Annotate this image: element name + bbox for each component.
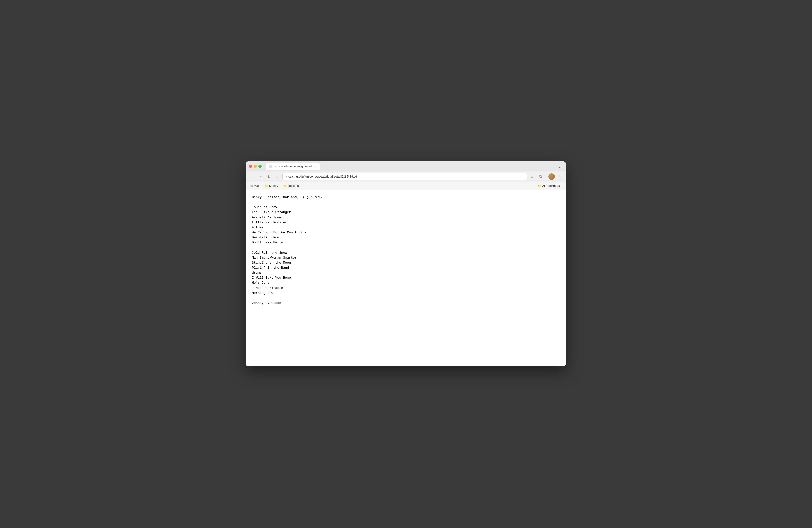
- nav-separator: [546, 174, 547, 179]
- setlist-text: Henry J Kaiser, Oakland, CA (2/5/89) Tou…: [252, 195, 560, 306]
- money-folder-icon: 📁: [264, 184, 268, 188]
- active-tab[interactable]: cs.cmu.edu/~mleone/gdead/d ×: [266, 163, 320, 170]
- tab-bar: cs.cmu.edu/~mleone/gdead/d × + ⌄: [266, 163, 563, 170]
- forward-button[interactable]: ›: [257, 173, 264, 180]
- address-security-icon: ⊙: [285, 175, 287, 178]
- bookmark-recipes[interactable]: 📁 Recipes: [281, 183, 301, 189]
- all-bookmarks-label: All Bookmarks: [542, 184, 562, 188]
- profile-button[interactable]: [549, 174, 555, 180]
- maximize-button[interactable]: [259, 165, 262, 168]
- bookmark-mail[interactable]: ✉ Mail: [248, 183, 261, 189]
- traffic-lights: [249, 165, 262, 168]
- more-options-button[interactable]: ⋮: [556, 173, 564, 180]
- mail-icon: ✉: [250, 184, 253, 188]
- tab-favicon-icon: [269, 165, 273, 168]
- new-tab-button[interactable]: +: [321, 163, 329, 170]
- all-bookmarks-button[interactable]: 📁 All Bookmarks: [536, 183, 564, 189]
- profile-avatar: [549, 174, 555, 180]
- close-button[interactable]: [249, 165, 252, 168]
- bookmark-money[interactable]: 📁 Money: [262, 183, 280, 189]
- reload-button[interactable]: ↻: [265, 173, 273, 180]
- home-button[interactable]: ⌂: [274, 173, 281, 180]
- tab-close-button[interactable]: ×: [313, 164, 317, 168]
- bookmark-money-label: Money: [269, 184, 278, 188]
- address-bar[interactable]: ⊙ cs.cmu.edu/~mleone/gdead/dead-sets/89/…: [282, 173, 527, 180]
- all-bookmarks-folder-icon: 📁: [537, 184, 541, 188]
- recipes-folder-icon: 📁: [283, 184, 287, 188]
- minimize-button[interactable]: [254, 165, 257, 168]
- title-bar: cs.cmu.edu/~mleone/gdead/d × + ⌄: [246, 161, 566, 172]
- bookmarks-bar: ✉ Mail 📁 Money 📁 Recipes 📁 All Bookmarks: [246, 182, 566, 190]
- bookmark-recipes-label: Recipes: [288, 184, 299, 188]
- browser-window: cs.cmu.edu/~mleone/gdead/d × + ⌄ ‹ › ↻ ⌂…: [246, 161, 566, 367]
- extensions-button[interactable]: ⧉: [537, 173, 544, 180]
- bookmark-star-button[interactable]: ☆: [529, 173, 536, 180]
- bookmark-mail-label: Mail: [254, 184, 260, 188]
- page-content: Henry J Kaiser, Oakland, CA (2/5/89) Tou…: [246, 190, 566, 367]
- expand-tabs-button[interactable]: ⌄: [556, 163, 563, 170]
- address-text: cs.cmu.edu/~mleone/gdead/dead-sets/89/2-…: [289, 175, 525, 178]
- tab-title: cs.cmu.edu/~mleone/gdead/d: [274, 165, 312, 168]
- back-button[interactable]: ‹: [248, 173, 256, 180]
- nav-bar: ‹ › ↻ ⌂ ⊙ cs.cmu.edu/~mleone/gdead/dead-…: [246, 172, 566, 182]
